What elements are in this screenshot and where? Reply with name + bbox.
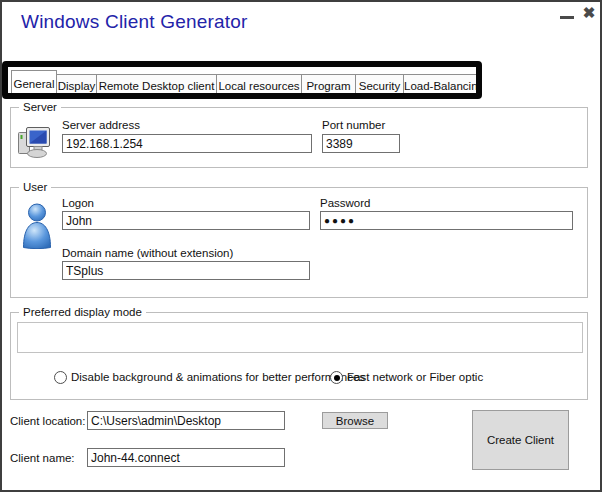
password-input[interactable] (320, 211, 573, 230)
minimize-icon (560, 16, 574, 19)
radio-fast-network-label: Fast network or Fiber optic (347, 371, 483, 383)
tab-local-resources[interactable]: Local resources (217, 74, 302, 97)
close-icon: ✖ (583, 4, 596, 21)
window-title: Windows Client Generator (21, 11, 248, 33)
user-groupbox: User (10, 187, 588, 298)
tab-security[interactable]: Security (356, 74, 404, 97)
create-client-button[interactable]: Create Client (472, 410, 569, 470)
domain-name-input[interactable] (62, 261, 310, 280)
logon-label: Logon (62, 197, 94, 209)
create-client-button-label: Create Client (487, 434, 554, 446)
tab-display[interactable]: Display (57, 74, 97, 97)
radio-disable-background[interactable] (54, 371, 67, 384)
logon-input[interactable] (62, 211, 310, 230)
client-location-label: Client location: (10, 415, 85, 427)
server-address-label: Server address (62, 119, 140, 131)
client-generator-window: Windows Client Generator ✖ General Displ… (0, 0, 602, 492)
tab-general[interactable]: General (11, 70, 57, 98)
client-location-input[interactable] (87, 411, 285, 430)
user-group-legend: User (19, 181, 51, 193)
port-number-label: Port number (322, 119, 385, 131)
browse-button-label: Browse (336, 415, 374, 427)
browse-button[interactable]: Browse (322, 412, 388, 429)
client-name-label: Client name: (10, 452, 75, 464)
client-name-input[interactable] (87, 448, 285, 467)
server-address-input[interactable] (62, 134, 312, 153)
tab-remote-desktop-client[interactable]: Remote Desktop client (97, 74, 217, 97)
radio-fast-network[interactable] (330, 371, 343, 384)
display-mode-inner-panel (17, 322, 583, 353)
radio-disable-background-label: Disable background & animations for bett… (71, 371, 365, 383)
computer-icon (17, 126, 51, 160)
domain-name-label: Domain name (without extension) (62, 247, 233, 259)
tab-program[interactable]: Program (302, 74, 356, 97)
minimize-button[interactable] (558, 8, 576, 22)
user-icon (20, 203, 54, 249)
close-button[interactable]: ✖ (579, 3, 599, 23)
server-group-legend: Server (19, 101, 61, 113)
port-number-input[interactable] (322, 134, 400, 153)
password-label: Password (320, 197, 371, 209)
display-mode-legend: Preferred display mode (19, 306, 146, 318)
tab-load-balancing[interactable]: Load-Balancing (404, 74, 480, 97)
